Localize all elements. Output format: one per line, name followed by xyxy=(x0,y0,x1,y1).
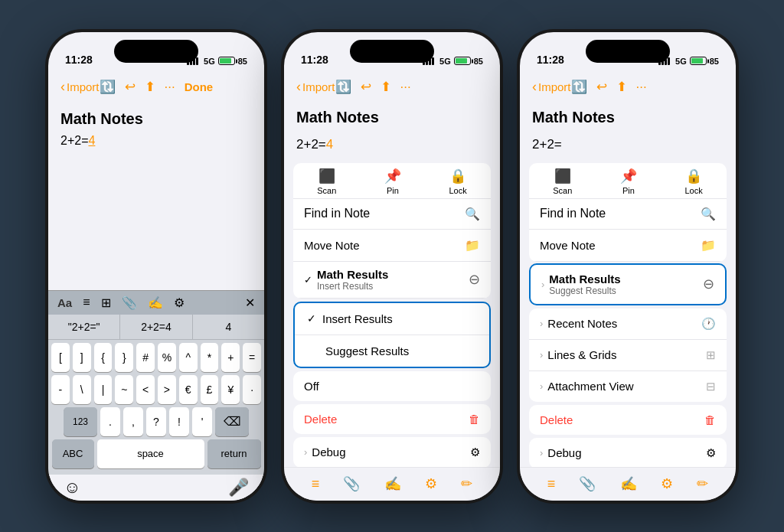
new-bt-3[interactable]: ✏ xyxy=(697,475,708,492)
pin-button-2[interactable]: 📌 Pin xyxy=(384,168,401,195)
math-results-row-2[interactable]: ✓ Math Results Insert Results ⊖ xyxy=(293,262,491,299)
lock-button-3[interactable]: 🔒 Lock xyxy=(684,168,702,195)
emoji-icon-2[interactable]: 🔃 xyxy=(335,79,351,95)
key-comma[interactable]: , xyxy=(123,407,143,436)
key-exclaim[interactable]: ! xyxy=(169,407,189,436)
suggest-results-label-2: Suggest Results xyxy=(325,344,409,357)
recent-notes-3[interactable]: › Recent Notes 🕐 xyxy=(529,308,727,340)
note-title-1: Math Notes xyxy=(60,110,252,128)
key-minus[interactable]: - xyxy=(51,375,70,404)
note-body-1[interactable]: 2+2=4 xyxy=(60,134,252,148)
more-icon-2[interactable]: ··· xyxy=(400,80,411,95)
key-lt[interactable]: < xyxy=(136,375,155,404)
suggestion-0[interactable]: "2+2=" xyxy=(48,315,120,339)
math-results-highlighted-3[interactable]: › Math Results Suggest Results ⊖ xyxy=(529,263,727,305)
key-period[interactable]: . xyxy=(100,407,120,436)
share-icon-1[interactable]: ⬆ xyxy=(145,79,155,95)
share-icon-2[interactable]: ⬆ xyxy=(381,79,391,95)
key-123[interactable]: 123 xyxy=(64,407,97,436)
key-brace-close[interactable]: } xyxy=(115,343,133,372)
key-backslash[interactable]: \ xyxy=(73,375,91,404)
table-icon[interactable]: ⊞ xyxy=(101,295,111,310)
delete-item-3[interactable]: Delete 🗑 xyxy=(529,405,727,435)
undo-icon-3[interactable]: ↩ xyxy=(596,79,607,95)
list-bt-2[interactable]: ≡ xyxy=(312,476,320,492)
settings-bt-2[interactable]: ⚙ xyxy=(425,475,437,492)
back-button-1[interactable]: ‹ Import xyxy=(60,79,100,95)
delete-item-2[interactable]: Delete 🗑 xyxy=(293,404,491,434)
key-tilde[interactable]: ~ xyxy=(115,375,133,404)
new-bt-2[interactable]: ✏ xyxy=(461,475,472,492)
key-bracket-close[interactable]: ] xyxy=(73,343,91,372)
lock-button-2[interactable]: 🔒 Lock xyxy=(449,168,466,195)
attach-bt-3[interactable]: 📎 xyxy=(579,475,596,492)
emoji-icon-1[interactable]: 🔃 xyxy=(100,79,116,95)
key-pipe[interactable]: | xyxy=(94,375,113,404)
note-area-2: Math Notes 2+2=4 xyxy=(284,104,500,162)
key-brace-open[interactable]: { xyxy=(94,343,113,372)
back-button-2[interactable]: ‹ Import xyxy=(296,79,335,95)
key-abc[interactable]: ABC xyxy=(52,439,94,468)
close-keyboard-icon[interactable]: ✕ xyxy=(245,295,255,310)
insert-results-item-2[interactable]: ✓ Insert Results xyxy=(295,303,489,335)
scan-button-2[interactable]: ⬛ Scan xyxy=(317,168,336,195)
mic-button-1[interactable]: 🎤 xyxy=(228,478,249,498)
font-icon[interactable]: Aa xyxy=(57,296,72,309)
move-note-label-3: Move Note xyxy=(540,239,596,252)
delete-label-2: Delete xyxy=(304,413,337,426)
key-dot[interactable]: · xyxy=(243,375,261,404)
debug-item-3[interactable]: › Debug ⚙ xyxy=(529,438,727,467)
key-backspace[interactable]: ⌫ xyxy=(215,407,249,436)
find-in-note-2[interactable]: Find in Note 🔍 xyxy=(293,199,491,230)
key-caret[interactable]: ^ xyxy=(179,343,198,372)
back-button-3[interactable]: ‹ Import xyxy=(532,79,571,95)
key-bracket-open[interactable]: [ xyxy=(51,343,70,372)
attachment-view-3[interactable]: › Attachment View ⊟ xyxy=(529,371,727,402)
emoji-icon-3[interactable]: 🔃 xyxy=(571,79,587,95)
find-in-note-3[interactable]: Find in Note 🔍 xyxy=(529,199,727,230)
key-asterisk[interactable]: * xyxy=(201,343,219,372)
compose-icon[interactable]: ✍ xyxy=(148,295,163,310)
scan-button-3[interactable]: ⬛ Scan xyxy=(553,168,572,195)
key-equals[interactable]: = xyxy=(243,343,261,372)
network-type-1: 5G xyxy=(204,57,215,66)
list-icon[interactable]: ≡ xyxy=(83,295,90,309)
emoji-button-1[interactable]: ☺ xyxy=(64,478,80,498)
move-note-2[interactable]: Move Note 📁 xyxy=(293,230,491,262)
attach-icon[interactable]: 📎 xyxy=(122,295,137,310)
compose-bt-3[interactable]: ✍ xyxy=(620,475,637,492)
key-euro[interactable]: € xyxy=(179,375,198,404)
tool-row-3: ⬛ Scan 📌 Pin 🔒 Lock xyxy=(529,163,727,199)
key-yen[interactable]: ¥ xyxy=(221,375,240,404)
settings-bt-3[interactable]: ⚙ xyxy=(661,475,673,492)
more-icon-3[interactable]: ··· xyxy=(636,80,647,95)
settings-icon[interactable]: ⚙ xyxy=(174,295,185,310)
suggestion-2[interactable]: 4 xyxy=(193,315,264,339)
key-percent[interactable]: % xyxy=(158,343,176,372)
list-bt-3[interactable]: ≡ xyxy=(547,476,556,492)
key-apostrophe[interactable]: ' xyxy=(192,407,212,436)
lines-grids-3[interactable]: › Lines & Grids ⊞ xyxy=(529,340,727,371)
share-icon-3[interactable]: ⬆ xyxy=(616,79,627,95)
undo-icon-1[interactable]: ↩ xyxy=(125,79,136,95)
dynamic-island-2 xyxy=(350,40,434,63)
compose-bt-2[interactable]: ✍ xyxy=(384,475,401,492)
key-question[interactable]: ? xyxy=(146,407,166,436)
key-plus[interactable]: + xyxy=(221,343,240,372)
attach-bt-2[interactable]: 📎 xyxy=(343,475,360,492)
more-icon-1[interactable]: ··· xyxy=(165,80,175,95)
off-item-2[interactable]: Off xyxy=(293,371,491,401)
move-note-3[interactable]: Move Note 📁 xyxy=(529,230,727,262)
suggest-results-item-2[interactable]: Suggest Results xyxy=(295,335,489,367)
suggestion-1[interactable]: 2+2=4 xyxy=(120,315,192,339)
key-space[interactable]: space xyxy=(97,439,204,468)
pin-button-3[interactable]: 📌 Pin xyxy=(620,168,637,195)
done-button-1[interactable]: Done xyxy=(185,80,214,93)
key-return[interactable]: return xyxy=(207,439,261,468)
debug-item-2[interactable]: › Debug ⚙ xyxy=(293,437,491,467)
lines-chevron-3: › xyxy=(540,349,543,361)
key-gt[interactable]: > xyxy=(158,375,176,404)
key-pound[interactable]: £ xyxy=(201,375,219,404)
undo-icon-2[interactable]: ↩ xyxy=(361,79,371,95)
key-hash[interactable]: # xyxy=(136,343,155,372)
